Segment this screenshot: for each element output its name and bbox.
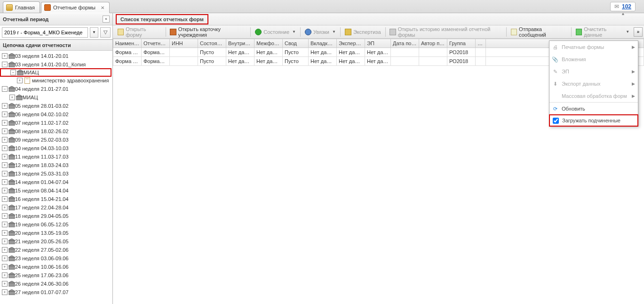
tree-node[interactable]: +13 неделя 25.03-31.03: [0, 169, 112, 178]
expander-icon[interactable]: −: [10, 70, 16, 75]
tab-home[interactable]: Главная: [3, 1, 40, 13]
tree[interactable]: + 03 неделя 14.01-20.01 − 03 неделя 14.0…: [0, 51, 112, 304]
period-dropdown-button[interactable]: ▼: [90, 27, 98, 38]
expander-icon[interactable]: +: [2, 289, 8, 295]
tree-node[interactable]: + 03 неделя 14.01-20.01: [0, 52, 112, 60]
menu-export[interactable]: ⬇ Экспорт данных ▶: [549, 78, 638, 90]
expander-icon[interactable]: +: [2, 272, 8, 278]
open-card-button[interactable]: Открыть карточку учреждения: [167, 27, 249, 37]
expander-icon[interactable]: +: [2, 256, 8, 261]
tree-node[interactable]: +12 неделя 18.03-24.03: [0, 161, 112, 169]
col-inter[interactable]: Межфо…: [254, 39, 283, 48]
expander-icon[interactable]: +: [2, 162, 8, 168]
menu-mass[interactable]: Массовая обработка форм ▶: [549, 90, 638, 102]
expander-icon[interactable]: +: [2, 188, 8, 193]
tree-node[interactable]: − 04 неделя 21.01-27.01: [0, 85, 112, 93]
col-tabs[interactable]: Вкладк…: [309, 39, 337, 48]
expander-icon[interactable]: +: [2, 281, 8, 287]
tree-node[interactable]: +16 неделя 15.04-21.04: [0, 195, 112, 203]
expander-icon[interactable]: +: [2, 222, 8, 227]
col-author[interactable]: Автор п…: [419, 39, 447, 48]
tree-node[interactable]: + министерство здравоохранения: [0, 76, 112, 85]
period-select[interactable]: [2, 27, 88, 38]
expander-icon[interactable]: +: [2, 247, 8, 253]
expander-icon[interactable]: +: [2, 128, 8, 134]
tree-node[interactable]: +17 неделя 22.04-28.04: [0, 203, 112, 212]
tree-node[interactable]: +27 неделя 01.07-07.07: [0, 288, 112, 296]
tree-node[interactable]: +18 неделя 29.04-05.05: [0, 212, 112, 220]
expander-icon[interactable]: +: [2, 103, 8, 109]
col-more[interactable]: …: [476, 39, 486, 48]
col-name[interactable]: Наимен…: [113, 39, 142, 48]
tree-node[interactable]: − 03 неделя 14.01-20.01_Копия: [0, 60, 112, 69]
tree-node[interactable]: +09 неделя 25.02-03.03: [0, 136, 112, 144]
expander-icon[interactable]: +: [17, 78, 23, 83]
expander-icon[interactable]: +: [2, 171, 8, 176]
tree-node[interactable]: +07 неделя 11.02-17.02: [0, 119, 112, 127]
expertise-button[interactable]: Экспертиза: [342, 27, 384, 37]
expander-icon[interactable]: −: [2, 62, 8, 67]
tree-node[interactable]: +25 неделя 17.06-23.06: [0, 271, 112, 280]
menu-print[interactable]: 🖨 Печатные формы ▶: [549, 41, 638, 53]
tree-node[interactable]: +20 неделя 13.05-19.05: [0, 229, 112, 237]
tree-node[interactable]: +23 неделя 03.06-09.06: [0, 254, 112, 263]
col-datep[interactable]: Дата по…: [391, 39, 419, 48]
expander-icon[interactable]: +: [2, 196, 8, 202]
menu-load-subordinates[interactable]: Загружать подчиненные: [549, 114, 638, 127]
tree-node[interactable]: +11 неделя 11.03-17.03: [0, 152, 112, 161]
tree-node[interactable]: +19 неделя 06.05-12.05: [0, 220, 112, 229]
collapse-left-icon[interactable]: «: [103, 16, 110, 23]
tree-node[interactable]: +10 неделя 04.03-10.03: [0, 144, 112, 152]
expander-icon[interactable]: +: [9, 95, 15, 100]
tree-node[interactable]: +26 неделя 24.06-30.06: [0, 280, 112, 288]
col-expert[interactable]: Экспер…: [337, 39, 365, 48]
expander-icon[interactable]: +: [2, 137, 8, 143]
tab-forms[interactable]: Отчетные формы ✕: [41, 2, 110, 13]
tree-node[interactable]: +22 неделя 27.05-02.06: [0, 246, 112, 254]
expander-icon[interactable]: +: [2, 112, 8, 117]
tree-node[interactable]: +08 неделя 18.02-26.02: [0, 127, 112, 136]
chevron-up-icon[interactable]: ▲: [621, 11, 625, 16]
col-intra[interactable]: Внутри…: [226, 39, 254, 48]
col-group[interactable]: Группа: [447, 39, 476, 48]
col-ep[interactable]: ЭП: [365, 39, 391, 48]
history-button[interactable]: Открыть историю изменений отчетной формы: [386, 27, 505, 37]
tree-node[interactable]: + МИАЦ: [0, 93, 112, 102]
menu-refresh[interactable]: ⟳ Обновить: [549, 103, 638, 115]
expander-icon[interactable]: +: [2, 264, 8, 270]
tree-node[interactable]: +14 неделя 01.04-07.04: [0, 178, 112, 186]
menu-attachments[interactable]: 📎 Вложения: [549, 53, 638, 65]
checkbox-icon[interactable]: [552, 117, 559, 124]
col-reporting[interactable]: Отчетн…: [142, 39, 170, 48]
expander-icon[interactable]: +: [2, 213, 8, 219]
expander-icon[interactable]: +: [2, 230, 8, 236]
messages-count[interactable]: 102: [622, 3, 631, 10]
expander-icon[interactable]: +: [2, 145, 8, 151]
expander-icon[interactable]: +: [2, 120, 8, 126]
col-state[interactable]: Состоя…: [198, 39, 226, 48]
clear-data-button[interactable]: Очистить данные▼: [572, 27, 633, 37]
expander-icon[interactable]: +: [2, 205, 8, 210]
tree-node[interactable]: +21 неделя 20.05-26.05: [0, 237, 112, 246]
menu-ep[interactable]: ✎ ЭП ▶: [549, 65, 638, 78]
open-form-button[interactable]: Открыть форму: [114, 27, 165, 37]
state-button[interactable]: Состояние▼: [252, 27, 299, 37]
expander-icon[interactable]: +: [2, 154, 8, 160]
tree-node[interactable]: +05 неделя 28.01-03.02: [0, 102, 112, 110]
toolbar-overflow-button[interactable]: »: [634, 27, 643, 37]
links-button[interactable]: Увязки▼: [302, 27, 339, 37]
messages-indicator[interactable]: ✉ 102: [610, 2, 636, 11]
expander-icon[interactable]: +: [2, 239, 8, 244]
expander-icon[interactable]: +: [2, 179, 8, 185]
close-icon[interactable]: ✕: [101, 5, 104, 10]
tree-node[interactable]: +15 неделя 08.04-14.04: [0, 186, 112, 195]
filter-button[interactable]: ▽: [100, 27, 111, 38]
expander-icon[interactable]: +: [2, 53, 8, 59]
tree-node[interactable]: +06 неделя 04.02-10.02: [0, 110, 112, 119]
col-inn[interactable]: ИНН: [170, 39, 198, 48]
tree-node[interactable]: +24 неделя 10.06-16.06: [0, 263, 112, 271]
tree-node-miac-selected[interactable]: − МИАЦ: [0, 68, 111, 77]
expander-icon[interactable]: −: [2, 86, 8, 92]
send-msg-button[interactable]: Отправка сообщений: [508, 27, 570, 37]
col-svod[interactable]: Свод: [283, 39, 309, 48]
